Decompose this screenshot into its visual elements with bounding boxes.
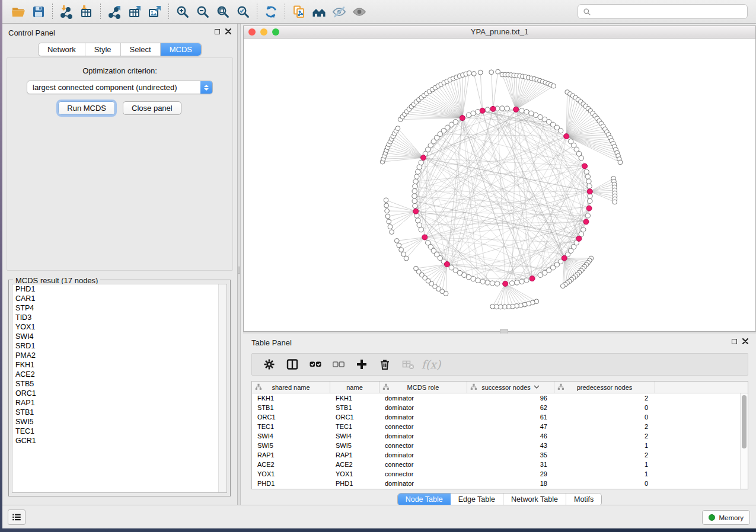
cell-name[interactable]: TEC1 — [330, 422, 379, 431]
column-header-name[interactable]: name — [330, 382, 379, 393]
cell-shared-name[interactable]: STB1 — [252, 403, 330, 412]
cell-successor-nodes[interactable]: 61 — [467, 412, 554, 422]
mcds-result-item[interactable]: RAP1 — [12, 398, 227, 408]
memory-button[interactable]: Memory — [702, 510, 750, 525]
table-row[interactable]: RAP1RAP1dominator352 — [252, 450, 748, 460]
close-panel-icon[interactable] — [742, 338, 748, 344]
mcds-result-item[interactable]: TID3 — [12, 313, 227, 322]
splitter-grip[interactable] — [238, 267, 240, 274]
cell-name[interactable]: ORC1 — [330, 412, 379, 422]
table-row[interactable]: SWI5SWI5connector431 — [252, 441, 748, 450]
cell-name[interactable]: RAP1 — [330, 450, 379, 460]
tab-motifs[interactable]: Motifs — [566, 493, 601, 505]
first-neighbors-button[interactable] — [309, 3, 329, 21]
open-session-button[interactable] — [8, 3, 28, 21]
cell-shared-name[interactable]: RAP1 — [252, 450, 330, 460]
cell-name[interactable]: STB1 — [330, 403, 379, 412]
show-all-button[interactable] — [349, 3, 369, 21]
result-list-scrollbar[interactable] — [218, 284, 227, 492]
cell-predecessor-nodes[interactable]: 0 — [554, 479, 655, 488]
zoom-selected-button[interactable] — [233, 3, 253, 21]
cell-shared-name[interactable]: ACE2 — [252, 460, 330, 469]
minimize-window-icon[interactable] — [260, 28, 267, 36]
network-graph[interactable] — [244, 39, 755, 331]
mcds-result-item[interactable]: PMA2 — [12, 351, 227, 360]
tab-mcds[interactable]: MCDS — [161, 43, 201, 56]
cell-shared-name[interactable]: SWI5 — [252, 441, 330, 450]
zoom-out-button[interactable] — [193, 3, 213, 21]
column-header-MCDS-role[interactable]: MCDS role — [379, 382, 467, 393]
mcds-result-list[interactable]: PHD1CAR1STP4TID3YOX1SWI4SRD1PMA2FKH1ACE2… — [12, 284, 227, 493]
zoom-in-button[interactable] — [173, 3, 193, 21]
cell-shared-name[interactable]: TEC1 — [252, 422, 330, 431]
column-header-successor-nodes[interactable]: successor nodes — [467, 382, 554, 393]
cell-successor-nodes[interactable]: 47 — [467, 422, 554, 431]
cell-successor-nodes[interactable]: 62 — [467, 403, 554, 412]
table-row[interactable]: ACE2ACE2connector311 — [252, 460, 748, 469]
cell-predecessor-nodes[interactable]: 2 — [554, 450, 655, 460]
mcds-result-item[interactable]: SWI5 — [12, 417, 227, 427]
maximize-window-icon[interactable] — [272, 28, 279, 36]
cell-predecessor-nodes[interactable]: 0 — [554, 412, 655, 422]
select-all-checks-button[interactable] — [307, 356, 324, 373]
cell-MCDS-role[interactable]: connector — [379, 441, 467, 450]
tab-network-table[interactable]: Network Table — [503, 493, 566, 505]
tab-node-table[interactable]: Node Table — [398, 493, 451, 505]
cell-name[interactable]: SWI4 — [330, 431, 379, 441]
table-row[interactable]: TEC1TEC1connector472 — [252, 422, 748, 431]
optimization-criterion-select[interactable]: largest connected component (undirected) — [27, 81, 213, 94]
cell-name[interactable]: FKH1 — [330, 393, 379, 403]
cell-MCDS-role[interactable]: dominator — [379, 479, 467, 488]
column-settings-gear-button[interactable] — [260, 356, 278, 373]
cell-MCDS-role[interactable]: dominator — [379, 431, 467, 441]
mcds-result-item[interactable]: STB1 — [12, 408, 227, 417]
cell-name[interactable]: ACE2 — [330, 460, 379, 469]
table-row[interactable]: PHD1PHD1dominator180 — [252, 479, 748, 488]
cell-successor-nodes[interactable]: 96 — [467, 393, 554, 403]
cell-MCDS-role[interactable]: connector — [379, 422, 467, 431]
cell-successor-nodes[interactable]: 29 — [467, 469, 554, 479]
cell-shared-name[interactable]: FKH1 — [252, 393, 330, 403]
add-column-button[interactable] — [353, 356, 371, 373]
column-header-shared-name[interactable]: shared name — [252, 382, 330, 393]
cell-successor-nodes[interactable]: 43 — [467, 441, 554, 450]
cell-predecessor-nodes[interactable]: 2 — [554, 431, 655, 441]
import-table-button[interactable] — [76, 3, 97, 21]
search-box[interactable] — [578, 4, 748, 19]
close-window-icon[interactable] — [248, 28, 256, 36]
show-hide-columns-button[interactable] — [283, 356, 301, 373]
mcds-result-item[interactable]: SWI4 — [12, 332, 227, 341]
scrollbar-thumb[interactable] — [742, 395, 747, 448]
mcds-result-item[interactable]: TEC1 — [12, 427, 227, 436]
table-row[interactable]: STB1STB1dominator620 — [252, 403, 748, 412]
mcds-result-item[interactable]: STP4 — [12, 303, 227, 313]
cell-successor-nodes[interactable]: 46 — [467, 431, 554, 441]
cell-MCDS-role[interactable]: dominator — [379, 450, 467, 460]
cell-predecessor-nodes[interactable]: 1 — [554, 460, 655, 469]
search-input[interactable] — [595, 8, 742, 16]
cell-MCDS-role[interactable]: connector — [379, 469, 467, 479]
delete-column-trash-button[interactable] — [376, 356, 394, 373]
close-panel-button[interactable]: Close panel — [123, 101, 181, 115]
cell-shared-name[interactable]: SWI4 — [252, 431, 330, 441]
mcds-result-item[interactable]: GCR1 — [12, 436, 227, 446]
close-panel-icon[interactable] — [225, 28, 231, 34]
cell-predecessor-nodes[interactable]: 0 — [554, 403, 655, 412]
cell-MCDS-role[interactable]: dominator — [379, 393, 467, 403]
tab-select[interactable]: Select — [121, 43, 161, 56]
hide-selection-button[interactable] — [329, 3, 349, 21]
network-titlebar[interactable]: YPA_prune.txt_1 — [244, 26, 755, 39]
cell-predecessor-nodes[interactable]: 1 — [554, 441, 655, 450]
table-row[interactable]: FKH1FKH1dominator962 — [252, 393, 748, 403]
cell-name[interactable]: PHD1 — [330, 479, 379, 488]
cell-MCDS-role[interactable]: connector — [379, 460, 467, 469]
cell-shared-name[interactable]: YOX1 — [252, 469, 330, 479]
export-table-button[interactable] — [125, 3, 145, 21]
mcds-result-item[interactable]: PHD1 — [12, 284, 227, 294]
cell-MCDS-role[interactable]: dominator — [379, 412, 467, 422]
float-panel-icon[interactable] — [732, 339, 737, 344]
table-scrollbar[interactable] — [740, 393, 748, 489]
table-row[interactable]: YOX1YOX1connector291 — [252, 469, 748, 479]
show-panels-button[interactable] — [8, 509, 25, 525]
deselect-all-checks-button[interactable] — [330, 356, 347, 373]
